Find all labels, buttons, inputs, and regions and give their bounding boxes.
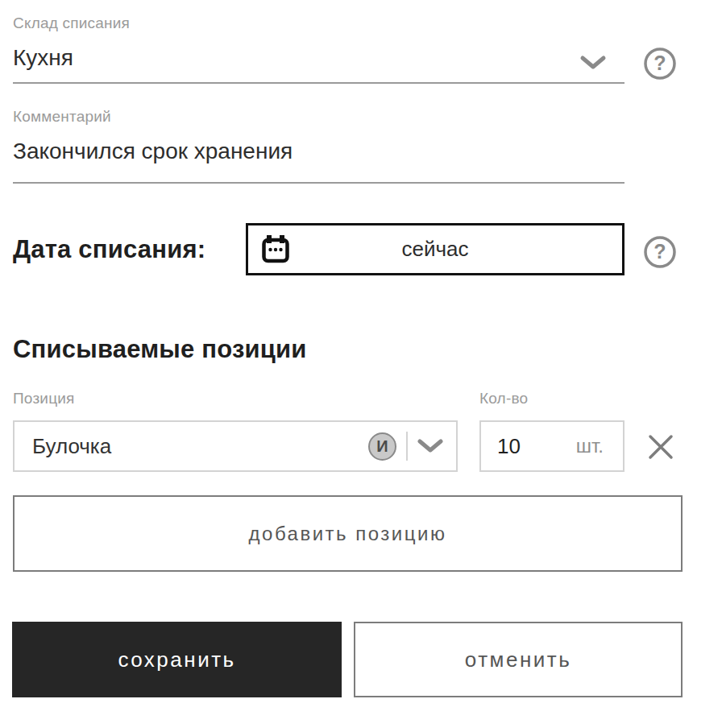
help-icon[interactable]: ? xyxy=(643,47,677,81)
qty-input[interactable]: 10 шт. xyxy=(479,420,624,472)
writeoff-form: Склад списания Кухня ? Комментарий Закон… xyxy=(0,0,722,728)
position-column-label: Позиция xyxy=(13,390,75,407)
svg-text:?: ? xyxy=(654,240,666,263)
positions-heading: Списываемые позиции xyxy=(13,335,307,364)
warehouse-value: Кухня xyxy=(13,45,73,70)
add-position-button[interactable]: добавить позицию xyxy=(13,495,683,572)
position-value: Булочка xyxy=(15,434,368,459)
comment-label: Комментарий xyxy=(13,108,111,126)
svg-text:?: ? xyxy=(654,52,666,74)
calendar-icon xyxy=(261,234,290,265)
warehouse-label: Склад списания xyxy=(13,14,130,32)
date-label: Дата списания: xyxy=(13,235,205,264)
divider xyxy=(406,432,408,461)
qty-value: 10 xyxy=(481,434,576,459)
comment-underline xyxy=(13,182,624,184)
date-help-icon[interactable]: ? xyxy=(643,235,677,269)
position-type-badge: И xyxy=(368,432,396,461)
save-button[interactable]: сохранить xyxy=(12,622,342,697)
remove-row-icon[interactable] xyxy=(646,432,675,461)
qty-column-label: Кол-во xyxy=(479,390,528,407)
position-select[interactable]: Булочка И xyxy=(13,420,458,472)
cancel-button[interactable]: отменить xyxy=(354,622,683,697)
chevron-down-icon xyxy=(579,55,607,71)
qty-unit: шт. xyxy=(576,435,623,457)
chevron-down-icon xyxy=(417,439,443,453)
comment-input[interactable]: Закончился срок хранения xyxy=(13,139,293,164)
warehouse-select[interactable]: Кухня xyxy=(13,45,624,82)
date-value: сейчас xyxy=(402,237,469,262)
date-picker-button[interactable]: сейчас xyxy=(246,223,624,275)
warehouse-underline xyxy=(13,82,624,84)
